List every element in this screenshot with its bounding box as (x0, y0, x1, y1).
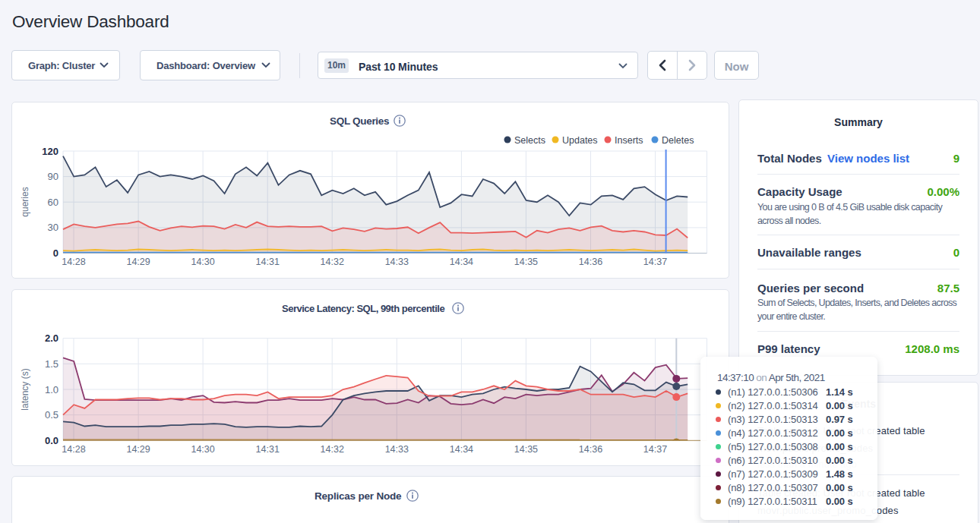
svg-text:14:36: 14:36 (579, 257, 602, 267)
svg-text:1.0: 1.0 (45, 384, 58, 395)
svg-text:14:34: 14:34 (450, 444, 473, 455)
svg-text:14:32: 14:32 (321, 257, 344, 267)
svg-text:14:37: 14:37 (643, 257, 667, 267)
svg-text:14:35: 14:35 (514, 257, 538, 267)
svg-text:14:33: 14:33 (385, 257, 409, 267)
svg-text:14:31: 14:31 (256, 257, 280, 267)
svg-text:14:28: 14:28 (62, 444, 85, 455)
svg-text:14:33: 14:33 (385, 444, 409, 455)
svg-text:0: 0 (53, 247, 58, 259)
svg-text:2.0: 2.0 (45, 332, 58, 344)
svg-text:Inserts: Inserts (615, 135, 643, 146)
svg-text:Updates: Updates (562, 135, 598, 146)
svg-text:14:37: 14:37 (643, 444, 667, 455)
svg-text:14:36: 14:36 (579, 444, 602, 455)
svg-text:0.5: 0.5 (45, 409, 58, 421)
svg-text:Selects: Selects (514, 135, 545, 146)
svg-text:queries: queries (20, 187, 30, 216)
svg-text:14:34: 14:34 (450, 257, 473, 267)
svg-text:Deletes: Deletes (662, 135, 694, 146)
svg-text:14:30: 14:30 (191, 444, 214, 455)
svg-text:latency (s): latency (s) (20, 368, 30, 410)
svg-text:120: 120 (42, 146, 58, 157)
svg-text:90: 90 (48, 171, 58, 182)
svg-text:1.5: 1.5 (45, 358, 58, 370)
svg-text:60: 60 (48, 197, 58, 208)
svg-text:14:30: 14:30 (191, 257, 214, 267)
svg-text:14:32: 14:32 (321, 444, 344, 455)
svg-text:14:29: 14:29 (126, 257, 150, 267)
svg-text:14:31: 14:31 (256, 444, 280, 455)
svg-text:0.0: 0.0 (45, 435, 58, 446)
svg-text:14:35: 14:35 (514, 444, 538, 455)
svg-text:14:29: 14:29 (126, 444, 150, 455)
svg-text:30: 30 (48, 222, 58, 233)
svg-text:14:28: 14:28 (62, 257, 85, 267)
